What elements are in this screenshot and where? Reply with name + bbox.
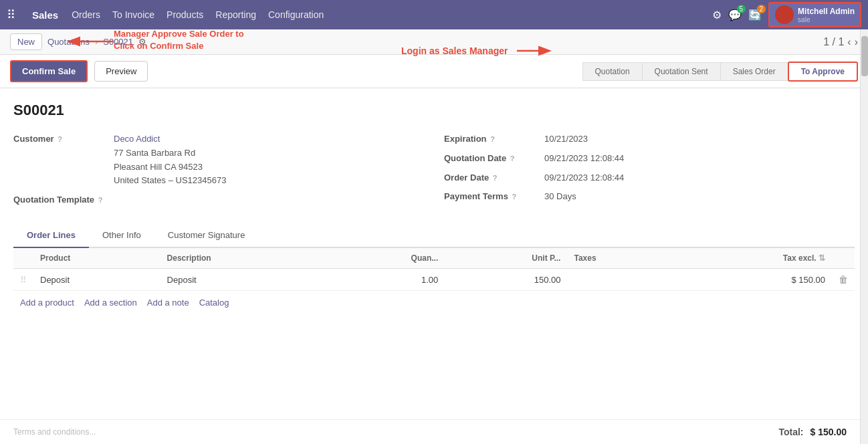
svg-point-0 <box>782 9 788 15</box>
order-date-help-icon[interactable]: ? <box>493 174 498 182</box>
settings-icon[interactable]: ⚙ <box>712 9 722 21</box>
chat-icon[interactable]: 💬 5 <box>728 9 742 21</box>
breadcrumb-record[interactable]: S00021 <box>103 37 133 47</box>
nav-products[interactable]: Products <box>167 9 203 20</box>
col-unit-price: Unit P... <box>445 248 567 269</box>
table-row: ⠿ Deposit Deposit 1.00 150.00 $ 150.00 🗑 <box>13 269 855 291</box>
total-area: Total: $ 150.00 <box>778 427 847 437</box>
quantity-cell[interactable]: 1.00 <box>327 269 445 291</box>
tab-other-info[interactable]: Other Info <box>89 223 154 248</box>
payment-terms-value[interactable]: 30 Days <box>544 190 576 204</box>
taxes-cell[interactable] <box>567 269 670 291</box>
app-title[interactable]: Sales <box>32 9 58 21</box>
sub-header: New Quotations › S00021 ⚙ Manager Approv… <box>0 29 868 55</box>
status-pipeline: Quotation Quotation Sent Sales Order To … <box>582 62 858 82</box>
tab-customer-signature[interactable]: Customer Signature <box>154 223 259 248</box>
update-icon[interactable]: 🔄 2 <box>748 9 762 21</box>
form-left: Customer ? Deco Addict 77 Santa Barbara … <box>13 132 424 210</box>
order-date-row: Order Date ? 09/21/2023 12:08:44 <box>444 171 855 185</box>
catalog-link[interactable]: Catalog <box>199 298 229 308</box>
expiration-row: Expiration ? 10/21/2023 <box>444 132 855 146</box>
terms-conditions[interactable]: Terms and conditions... <box>13 427 96 437</box>
product-cell[interactable]: Deposit <box>33 269 160 291</box>
customer-value: Deco Addict 77 Santa Barbara Rd Pleasant… <box>114 132 226 188</box>
customer-addr1: 77 Santa Barbara Rd <box>114 146 226 160</box>
quotation-date-value[interactable]: 09/21/2023 12:08:44 <box>544 152 624 166</box>
drag-handle[interactable]: ⠿ <box>20 275 27 285</box>
new-button[interactable]: New <box>10 33 42 50</box>
user-box[interactable]: Mitchell Admin sale <box>768 2 861 27</box>
scrollbar[interactable] <box>860 29 868 444</box>
form-right: Expiration ? 10/21/2023 Quotation Date ?… <box>444 132 855 210</box>
col-description: Description <box>160 248 328 269</box>
col-product: Product <box>33 248 160 269</box>
template-label: Quotation Template ? <box>13 193 107 205</box>
nav-links: Orders To Invoice Products Reporting Con… <box>72 9 699 20</box>
template-help-icon[interactable]: ? <box>98 196 103 204</box>
payment-terms-label: Payment Terms ? <box>444 190 538 201</box>
delete-row-button[interactable]: 🗑 <box>839 274 848 285</box>
tax-excl-cell: $ 150.00 <box>671 269 832 291</box>
total-value: $ 150.00 <box>810 427 847 437</box>
add-links-area: Add a product Add a section Add a note C… <box>13 291 855 314</box>
col-actions <box>832 248 855 269</box>
grid-menu-icon[interactable]: ⠿ <box>7 7 15 22</box>
breadcrumb-parent[interactable]: Quotations <box>47 37 90 47</box>
add-product-link[interactable]: Add a product <box>20 298 74 308</box>
total-label: Total: <box>778 427 803 437</box>
customer-help-icon[interactable]: ? <box>58 135 62 143</box>
next-page-button[interactable]: › <box>855 36 858 48</box>
preview-button[interactable]: Preview <box>94 61 148 82</box>
quotation-date-row: Quotation Date ? 09/21/2023 12:08:44 <box>444 152 855 166</box>
expiration-value[interactable]: 10/21/2023 <box>544 132 588 146</box>
customer-addr2: Pleasant Hill CA 94523 <box>114 160 226 175</box>
sort-icon[interactable]: ⇅ <box>819 253 825 263</box>
pagination-area: 1 / 1 ‹ › <box>823 36 858 48</box>
order-number: S00021 <box>13 102 855 119</box>
status-to-approve[interactable]: To Approve <box>788 62 858 82</box>
record-settings-icon[interactable]: ⚙ <box>138 37 146 47</box>
status-sales-order[interactable]: Sales Order <box>720 62 788 81</box>
customer-name[interactable]: Deco Addict <box>114 132 226 146</box>
prev-page-button[interactable]: ‹ <box>847 36 851 48</box>
app-wrapper: ⠿ Sales Orders To Invoice Products Repor… <box>0 0 868 444</box>
add-note-link[interactable]: Add a note <box>147 298 189 308</box>
customer-addr3: United States – US12345673 <box>114 174 226 188</box>
update-badge: 2 <box>757 5 766 13</box>
avatar <box>775 5 794 24</box>
confirm-sale-button[interactable]: Confirm Sale <box>10 60 88 82</box>
nav-reporting[interactable]: Reporting <box>215 9 256 20</box>
payment-terms-help-icon[interactable]: ? <box>512 193 516 201</box>
payment-terms-row: Payment Terms ? 30 Days <box>444 190 855 204</box>
nav-orders[interactable]: Orders <box>72 9 100 20</box>
tab-order-lines[interactable]: Order Lines <box>13 223 89 248</box>
col-tax-excl: Tax excl. ⇅ <box>671 248 832 269</box>
col-drag <box>13 248 33 269</box>
col-taxes: Taxes <box>567 248 670 269</box>
pagination-text: 1 / 1 <box>823 36 844 48</box>
main-content: S00021 Customer ? Deco Addict 77 Santa B… <box>0 88 868 356</box>
user-role: sale <box>798 16 855 23</box>
nav-to-invoice[interactable]: To Invoice <box>112 9 154 20</box>
customer-label: Customer ? <box>13 132 107 144</box>
table-header-row: Product Description Quan... Unit P... Ta… <box>13 248 855 269</box>
nav-configuration[interactable]: Configuration <box>268 9 324 20</box>
user-info: Mitchell Admin sale <box>798 7 855 23</box>
chat-badge: 5 <box>737 5 746 13</box>
order-lines-table: Product Description Quan... Unit P... Ta… <box>13 248 855 291</box>
order-date-value[interactable]: 09/21/2023 12:08:44 <box>544 171 624 185</box>
manager-annotation: Manager Approve Sale Order toClick on Co… <box>114 29 244 51</box>
status-quotation[interactable]: Quotation <box>582 62 643 81</box>
expiration-help-icon[interactable]: ? <box>490 135 495 143</box>
tabs-bar: Order Lines Other Info Customer Signatur… <box>13 223 855 248</box>
add-section-link[interactable]: Add a section <box>84 298 137 308</box>
description-cell[interactable]: Deposit <box>160 269 328 291</box>
action-bar: Confirm Sale Preview Login as Sales Mana… <box>0 55 868 88</box>
quotation-date-help-icon[interactable]: ? <box>510 154 515 162</box>
quotation-date-label: Quotation Date ? <box>444 152 538 163</box>
customer-row: Customer ? Deco Addict 77 Santa Barbara … <box>13 132 424 188</box>
status-quotation-sent[interactable]: Quotation Sent <box>642 62 721 81</box>
breadcrumb-separator: › <box>95 37 98 47</box>
unit-price-cell[interactable]: 150.00 <box>445 269 567 291</box>
user-name: Mitchell Admin <box>798 7 855 16</box>
